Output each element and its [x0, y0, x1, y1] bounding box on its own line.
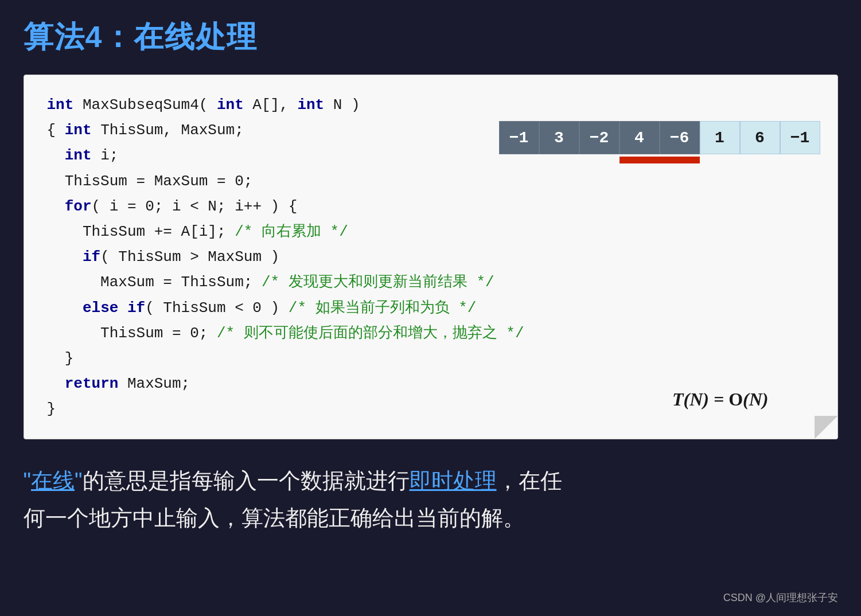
title-number: 4 [85, 20, 103, 53]
desc-part1: 的意思是指每输入一个数据就进行 [83, 469, 410, 493]
desc-part3: ，在任 [497, 469, 562, 493]
kw-int-3: int [297, 96, 324, 114]
kw-return: return [65, 375, 119, 392]
comment-3: /* 如果当前子列和为负 */ [289, 299, 477, 317]
footer-credit: CSDN @人间理想张子安 [723, 591, 838, 605]
array-cell-2: −2 [579, 121, 620, 154]
desc-highlight: 即时处理 [410, 469, 497, 493]
array-row: −1 3 −2 4 −6 1 6 −1 [499, 121, 820, 154]
kw-for: for [65, 198, 92, 215]
description-text: "在线"的意思是指每输入一个数据就进行即时处理，在任 何一个地方中止输入，算法都… [24, 462, 838, 536]
kw-int-4: int [65, 122, 92, 139]
kw-if-1: if [83, 248, 100, 266]
comment-4: /* 则不可能使后面的部分和增大，抛弃之 */ [217, 325, 524, 342]
array-cell-5: 1 [700, 121, 740, 154]
array-visualization: −1 3 −2 4 −6 1 6 −1 [499, 121, 820, 163]
kw-else-if: else if [83, 299, 145, 317]
comment-1: /* 向右累加 */ [235, 223, 348, 240]
kw-int-5: int [65, 147, 92, 164]
desc-quote-open: " [24, 469, 32, 493]
title-suffix: ：在线处理 [103, 20, 258, 53]
kw-int-1: int [47, 96, 74, 114]
array-cell-4: −6 [660, 121, 700, 154]
array-cell-6: 6 [740, 121, 780, 154]
array-cell-7: −1 [780, 121, 820, 154]
array-cell-1: 3 [539, 121, 579, 154]
desc-online: 在线 [31, 469, 75, 493]
array-cell-0: −1 [499, 121, 539, 154]
kw-int-2: int [217, 96, 244, 114]
slide-container: 算法4：在线处理 int MaxSubseqSum4( int A[], int… [24, 17, 838, 537]
complexity-label: T(N) = O(N) [672, 389, 769, 410]
red-underline [620, 157, 700, 163]
desc-quote-close: " [75, 469, 83, 493]
title-prefix: 算法 [24, 20, 85, 53]
comment-2: /* 发现更大和则更新当前结果 */ [262, 274, 494, 291]
slide-title: 算法4：在线处理 [24, 17, 838, 57]
code-box: int MaxSubseqSum4( int A[], int N ) { in… [24, 75, 838, 439]
array-cell-3: 4 [620, 121, 660, 154]
desc-line2: 何一个地方中止输入，算法都能正确给出当前的解。 [24, 506, 525, 530]
